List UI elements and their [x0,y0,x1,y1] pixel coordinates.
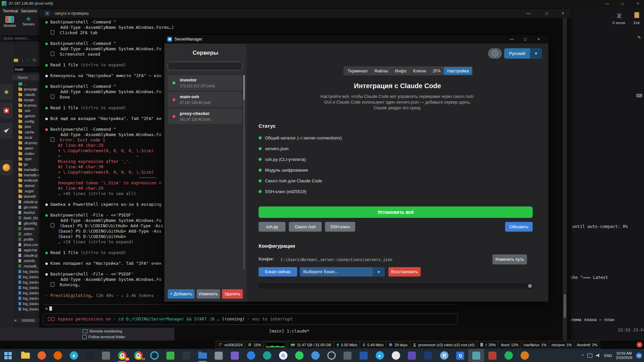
file-row[interactable]: .config [12,119,43,124]
file-row[interactable]: .bash_his [12,215,43,221]
file-row[interactable]: .gitconfig [12,221,43,226]
file-row[interactable]: .mariadb_ [12,263,43,269]
install-all-button[interactable]: Установить всё [259,206,533,218]
scrollbar-thumb[interactable] [528,284,532,288]
file-row[interactable]: log_backu [12,269,43,274]
language-dropdown[interactable]: Русский ▾ [504,48,542,59]
sm-maximize-button[interactable]: □ [519,35,532,44]
terminal-maximize-button[interactable]: □ [540,9,553,18]
follow-terminal-folder-checkbox[interactable]: Follow terminal folder [83,335,125,339]
file-row[interactable]: log_backu [12,274,43,280]
tab-2fa[interactable]: 2FA [429,67,444,75]
app-teal-circle[interactable] [259,349,275,362]
language-indicator[interactable]: ENG [604,354,612,358]
file-row[interactable]: mariadb-i [12,167,43,172]
file-row[interactable]: log_backu [12,280,43,285]
file-row[interactable]: log_backu [12,301,43,306]
terminal-prompt[interactable]: > [45,306,52,311]
network-icon[interactable] [587,354,592,358]
google-app[interactable]: G [275,349,291,362]
keyboard-icon[interactable]: ⌨ [636,93,642,98]
files-column-header[interactable]: Name [12,74,43,80]
info-button[interactable]: i [488,48,502,59]
file-row[interactable]: .gemini [12,113,43,119]
backup-select-dropdown[interactable]: Выберите бэкап… ▾ [300,267,385,277]
menu-sessions[interactable]: Sessions [21,9,37,13]
app-navy[interactable] [420,349,436,362]
sm-minimize-button[interactable]: — [505,35,518,44]
file-row[interactable]: .tmux.con [12,242,43,247]
edge-browser[interactable]: e [66,349,82,362]
component-skill-button[interactable]: Скилл /ssh [289,222,322,232]
tray-chevron-icon[interactable]: ^ [582,354,584,358]
file-row[interactable]: .nuget [12,188,43,194]
telegram-plane-icon[interactable] [1,123,12,138]
terminal-close-button[interactable]: × [556,9,570,18]
file-row[interactable]: .qwen [12,145,43,151]
app-blue-circle[interactable] [243,349,259,362]
notifications-button[interactable]: 32 [636,353,642,359]
file-row[interactable]: proxyapi [12,86,43,92]
edit-server-button[interactable]: Изменить [197,289,220,299]
upload-icon[interactable]: ↑ [26,58,31,63]
server-search-input[interactable] [168,62,243,70]
component-sshkey-button[interactable]: SSH-ключ [325,222,355,232]
app-violet[interactable] [404,349,420,362]
tab-info[interactable]: Инфо [391,67,410,75]
menu-terminal[interactable]: Terminal [3,9,18,13]
path-input[interactable]: /root/ [13,66,42,73]
file-row[interactable]: .claude.js [12,253,43,258]
server-item[interactable]: main-ovh37.187.136.86 [ssh] [168,92,242,107]
session-button[interactable]: Session [1,16,19,33]
tab-terminal[interactable]: Терминал [344,67,371,75]
file-row[interactable]: .profile [12,237,43,242]
go-up-folder-icon[interactable] [14,59,18,62]
ide-dark[interactable] [82,349,98,362]
file-row[interactable]: .dotnet [12,183,43,188]
tools-knife-icon[interactable] [1,103,12,118]
quick-connect-input[interactable]: Quick connect... [1,34,41,42]
file-row[interactable]: .viminfo [12,258,43,263]
file-row[interactable]: .codex [12,151,43,156]
app-white[interactable] [388,349,404,362]
brave-browser[interactable] [34,349,50,362]
terminal-tab-title[interactable]: · запуск и проверка [52,11,89,16]
file-row[interactable]: log_backu [12,296,43,301]
media-player[interactable] [517,349,533,362]
app-gray[interactable] [98,349,114,362]
terminal-scrollbar[interactable] [563,18,567,341]
tray-clock[interactable]: 10:55 AM 2/23/2026 [616,351,632,360]
file-row[interactable]: .zshrc [12,231,43,237]
scrollbar-thumb[interactable] [564,294,566,318]
file-row[interactable]: .lesshst [12,210,43,215]
close-button[interactable]: × [633,1,643,7]
file-row[interactable]: log_backu [12,290,43,296]
file-row[interactable]: go [12,162,43,167]
restore-button[interactable]: Восстановить [388,267,421,277]
start-button[interactable] [0,349,16,362]
sm-close-button[interactable]: × [532,35,545,44]
app-dark[interactable] [178,349,195,362]
scrollbar-thumb[interactable] [243,75,245,100]
scroll-left-icon[interactable]: ◀ [13,318,17,322]
tab-keys[interactable]: Ключи [410,67,430,75]
web-globe-icon[interactable] [1,160,12,175]
rstudio[interactable]: R [436,349,452,362]
file-row[interactable]: .claude.js [12,199,43,204]
quick-assist[interactable]: Q [452,349,468,362]
backup-now-button[interactable]: Бэкап сейчас [259,267,297,277]
terminal-minimize-button[interactable]: — [522,9,535,18]
change-path-button[interactable]: Изменить путь [492,254,527,264]
file-row[interactable]: .claude [12,92,43,97]
download-icon[interactable]: ↓ [20,58,25,63]
notepad[interactable] [162,349,178,362]
file-row[interactable]: mariadb-c [12,172,43,178]
component-sshpy-button[interactable]: ssh.py [259,222,285,232]
telegram[interactable]: ▸ [372,349,388,362]
whatsapp[interactable] [291,349,307,362]
chrome-profile[interactable]: 26 [114,349,130,362]
x-server-button[interactable]: X X server [609,12,629,25]
server-item[interactable]: investor173.212.212.157 [ssh] [168,75,242,90]
app-purple[interactable] [227,349,243,362]
refresh-icon[interactable]: ↻ [32,58,37,63]
